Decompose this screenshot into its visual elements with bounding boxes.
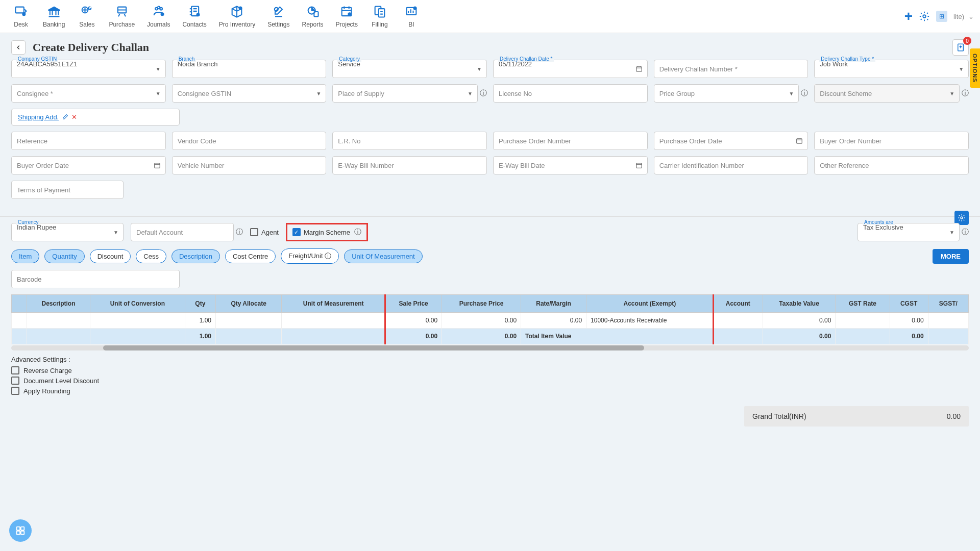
terms-of-payment-field[interactable]	[11, 181, 124, 199]
nav-sales[interactable]: Sales	[72, 3, 102, 30]
topnav-right: + ⊞ lite)⌄	[904, 8, 974, 24]
gear-icon[interactable]	[919, 11, 930, 22]
info-icon[interactable]: ⓘ	[480, 89, 487, 98]
bi-icon	[404, 5, 419, 19]
buyer-order-number-field[interactable]	[814, 132, 969, 150]
default-account-field[interactable]	[131, 223, 234, 241]
nav-contacts[interactable]: Contacts	[177, 3, 211, 30]
category-field[interactable]: Category Service ▼	[332, 60, 487, 78]
info-icon[interactable]: ⓘ	[962, 89, 969, 98]
info-icon[interactable]: ⓘ	[236, 228, 243, 237]
lite-badge[interactable]: lite)⌄	[953, 13, 974, 20]
info-icon[interactable]: ⓘ	[801, 89, 808, 98]
nav-journals[interactable]: Journals	[142, 3, 175, 30]
nav-settings[interactable]: Settings	[262, 3, 295, 30]
discount-scheme-field[interactable]: ▼	[814, 84, 960, 103]
challan-number-field[interactable]	[654, 60, 808, 78]
pill-item[interactable]: Item	[11, 249, 39, 263]
svg-point-16	[348, 12, 352, 16]
svg-point-1	[22, 12, 26, 16]
agent-checkbox[interactable]: Agent	[250, 228, 279, 236]
apply-rounding-checkbox[interactable]: Apply Rounding	[11, 387, 969, 395]
pill-discount[interactable]: Discount	[90, 249, 131, 263]
svg-point-27	[961, 217, 963, 219]
nav-purchase[interactable]: Purchase	[104, 3, 140, 30]
page-title: Create Delivery Challan	[33, 41, 149, 54]
eway-bill-number-field[interactable]	[332, 156, 487, 174]
carrier-id-field[interactable]	[654, 156, 808, 174]
po-number-field[interactable]	[493, 132, 648, 150]
banking-icon	[47, 5, 61, 19]
place-of-supply-field[interactable]: ▼	[332, 84, 478, 103]
consignee-field[interactable]: ▼	[11, 84, 166, 103]
nav-banking[interactable]: Banking	[38, 3, 70, 30]
more-button[interactable]: MORE	[933, 249, 969, 264]
form-container: Company GSTIN 24AABCA5951E1Z1 ▼ Branch N…	[0, 60, 980, 210]
lr-no-field[interactable]	[332, 132, 487, 150]
close-icon[interactable]: ✕	[71, 113, 77, 121]
table-total-row: 1.00 0.00 0.00 Total Item Value 0.00 0.0…	[12, 329, 969, 344]
filling-icon	[373, 5, 387, 19]
options-tab[interactable]: OPTIONS	[970, 48, 980, 88]
price-group-field[interactable]: ▼	[654, 84, 799, 103]
add-icon[interactable]: +	[904, 8, 913, 24]
settings-nav-icon	[272, 5, 286, 19]
reports-icon	[306, 5, 320, 19]
back-button[interactable]	[11, 40, 26, 55]
eway-bill-date-field[interactable]	[493, 156, 648, 174]
apps-icon[interactable]: ⊞	[936, 11, 947, 22]
scrollbar-thumb[interactable]	[103, 345, 644, 350]
consignee-gstin-field[interactable]: ▼	[172, 84, 327, 103]
purchase-icon	[115, 5, 129, 19]
info-icon[interactable]: ⓘ	[354, 228, 361, 237]
nav-reports[interactable]: Reports	[297, 3, 329, 30]
vendor-code-field[interactable]	[172, 132, 327, 150]
pill-cost-centre[interactable]: Cost Centre	[225, 249, 276, 263]
barcode-input[interactable]	[11, 270, 180, 288]
amounts-are-field[interactable]: Amounts are Tax Exclusive ▼	[857, 223, 960, 241]
margin-scheme-highlight: ✓ Margin Scheme ⓘ	[286, 223, 368, 241]
shipping-add-link[interactable]: Shipping Add.	[18, 113, 59, 121]
nav-filling[interactable]: Filling	[365, 3, 395, 30]
pill-cess[interactable]: Cess	[136, 249, 166, 263]
pill-description[interactable]: Description	[172, 249, 220, 263]
company-gstin-field[interactable]: Company GSTIN 24AABCA5951E1Z1 ▼	[11, 60, 166, 78]
projects-icon	[339, 5, 354, 19]
pill-freight[interactable]: Freight/Unit ⓘ	[281, 248, 339, 264]
svg-point-11	[239, 7, 242, 10]
svg-point-20	[413, 7, 416, 10]
badge-count: 0	[963, 37, 971, 45]
svg-point-7	[157, 7, 160, 9]
settings-row: Currency Indian Rupee ▼ ⓘ Agent ✓ Margin…	[0, 223, 980, 246]
reference-field[interactable]	[11, 132, 166, 150]
currency-field[interactable]: Currency Indian Rupee ▼	[11, 223, 124, 241]
reverse-charge-checkbox[interactable]: Reverse Charge	[11, 366, 969, 374]
nav-proinventory[interactable]: Pro Inventory	[214, 3, 260, 30]
checkbox-icon	[11, 387, 19, 395]
contacts-icon	[187, 5, 202, 19]
items-table-container: Description Unit of Conversion Qty Qty A…	[0, 294, 980, 344]
vehicle-number-field[interactable]	[172, 156, 327, 174]
margin-scheme-checkbox[interactable]: ✓ Margin Scheme ⓘ	[292, 228, 361, 237]
nav-desk[interactable]: Desk	[6, 3, 36, 30]
po-date-field[interactable]	[654, 132, 808, 150]
buyer-order-date-field[interactable]	[11, 156, 166, 174]
table-row[interactable]: 1.00 0.00 0.00 0.00 10000-Accounts Recei…	[12, 313, 969, 329]
export-button[interactable]: 0	[952, 39, 969, 56]
pill-quantity[interactable]: Quantity	[44, 249, 84, 263]
challan-date-field[interactable]: Delivery Challan Date * 05/11/2022	[493, 60, 648, 78]
other-reference-field[interactable]	[814, 156, 969, 174]
edit-icon[interactable]	[62, 114, 68, 120]
info-icon: ⓘ	[325, 252, 331, 260]
nav-bi[interactable]: BI	[397, 3, 426, 30]
challan-type-field[interactable]: Delivery Challan Type * Job Work ▼	[814, 60, 969, 78]
doc-level-discount-checkbox[interactable]: Document Level Discount	[11, 377, 969, 385]
table-scrollbar[interactable]	[11, 345, 969, 350]
info-icon[interactable]: ⓘ	[962, 228, 969, 237]
nav-projects[interactable]: Projects	[331, 3, 363, 30]
shipping-address-field[interactable]: Shipping Add. ✕	[11, 109, 180, 126]
chevron-down-icon: ⌄	[968, 13, 974, 20]
branch-field[interactable]: Branch Noida Branch	[172, 60, 327, 78]
pill-uom[interactable]: Unit Of Measurement	[344, 249, 423, 263]
license-no-field[interactable]	[493, 84, 648, 103]
